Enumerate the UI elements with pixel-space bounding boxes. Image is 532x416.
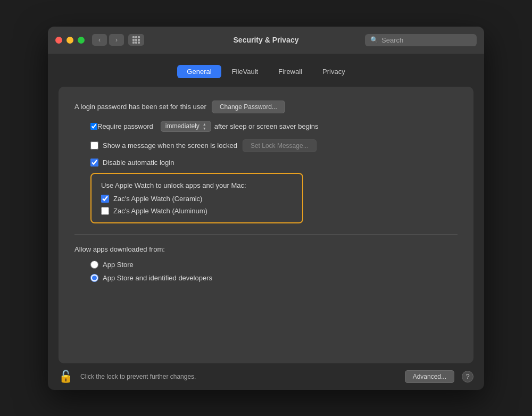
lock-label: Click the lock to prevent further change… — [80, 373, 397, 380]
dropdown-chevrons: ▲ ▼ — [203, 122, 206, 130]
bottombar: 🔓 Click the lock to prevent further chan… — [48, 363, 484, 390]
watch1-checkbox[interactable] — [101, 195, 109, 203]
minimize-button[interactable] — [66, 37, 73, 44]
system-preferences-window: ‹ › Security & Privacy 🔍 General FileVau — [48, 27, 484, 390]
immediately-value: immediately — [165, 122, 200, 130]
radio-identified-label: App Store and identified developers — [103, 274, 212, 282]
disable-login-row: Disable automatic login — [90, 159, 458, 167]
grid-icon — [132, 36, 140, 44]
tab-bar: General FileVault Firewall Privacy — [59, 65, 473, 78]
require-password-checkbox[interactable] — [90, 123, 97, 130]
radio-appstore-label: App Store — [103, 261, 134, 269]
disable-login-label: Disable automatic login — [103, 159, 174, 167]
radio-appstore-identified[interactable] — [90, 274, 98, 282]
chevron-right-icon: › — [115, 36, 118, 44]
set-lock-message-button[interactable]: Set Lock Message... — [243, 139, 317, 152]
allow-apps-label: Allow apps downloaded from: — [74, 245, 458, 253]
watch1-label: Zac's Apple Watch (Ceramic) — [113, 195, 202, 203]
show-message-row: Show a message when the screen is locked… — [90, 139, 458, 152]
show-message-checkbox[interactable] — [90, 142, 98, 149]
fullscreen-button[interactable] — [78, 37, 85, 44]
watch-title: Use Apple Watch to unlock apps and your … — [101, 181, 293, 189]
content-area: General FileVault Firewall Privacy A log… — [48, 54, 484, 363]
radio-appstore-row: App Store — [90, 261, 458, 269]
show-message-label: Show a message when the screen is locked — [103, 142, 237, 149]
watch2-checkbox[interactable] — [101, 207, 109, 215]
settings-panel: A login password has been set for this u… — [59, 87, 473, 363]
change-password-button[interactable]: Change Password... — [212, 101, 285, 113]
tab-privacy[interactable]: Privacy — [313, 65, 355, 78]
immediately-dropdown[interactable]: immediately ▲ ▼ — [161, 121, 211, 132]
watch1-row: Zac's Apple Watch (Ceramic) — [101, 195, 293, 203]
radio-identified-row: App Store and identified developers — [90, 274, 458, 282]
nav-buttons: ‹ › — [92, 34, 144, 46]
divider — [74, 234, 458, 235]
traffic-lights — [55, 37, 85, 44]
help-button[interactable]: ? — [462, 371, 473, 382]
tab-general[interactable]: General — [177, 65, 221, 78]
grid-button[interactable] — [128, 34, 144, 46]
tab-filevault[interactable]: FileVault — [222, 65, 268, 78]
watch2-row: Zac's Apple Watch (Aluminum) — [101, 207, 293, 215]
search-input[interactable] — [381, 36, 471, 44]
watch2-label: Zac's Apple Watch (Aluminum) — [113, 207, 207, 215]
titlebar: ‹ › Security & Privacy 🔍 — [48, 27, 484, 54]
tab-firewall[interactable]: Firewall — [269, 65, 312, 78]
forward-button[interactable]: › — [109, 34, 124, 46]
after-label: after sleep or screen saver begins — [214, 122, 319, 130]
back-button[interactable]: ‹ — [92, 34, 107, 46]
window-title: Security & Privacy — [234, 36, 299, 44]
disable-login-checkbox[interactable] — [90, 159, 98, 167]
chevron-left-icon: ‹ — [98, 36, 101, 44]
help-icon: ? — [466, 372, 469, 380]
radio-appstore[interactable] — [90, 261, 98, 269]
require-password-row: Require password immediately ▲ ▼ after s… — [90, 121, 458, 132]
lock-icon[interactable]: 🔓 — [59, 370, 73, 384]
search-box[interactable]: 🔍 — [365, 34, 477, 46]
search-icon: 🔍 — [370, 36, 378, 44]
password-label: A login password has been set for this u… — [74, 103, 206, 111]
close-button[interactable] — [55, 37, 62, 44]
advanced-button[interactable]: Advanced... — [405, 370, 454, 383]
password-row: A login password has been set for this u… — [74, 101, 458, 113]
require-password-label: Require password — [97, 122, 153, 130]
apple-watch-box: Use Apple Watch to unlock apps and your … — [90, 173, 303, 223]
